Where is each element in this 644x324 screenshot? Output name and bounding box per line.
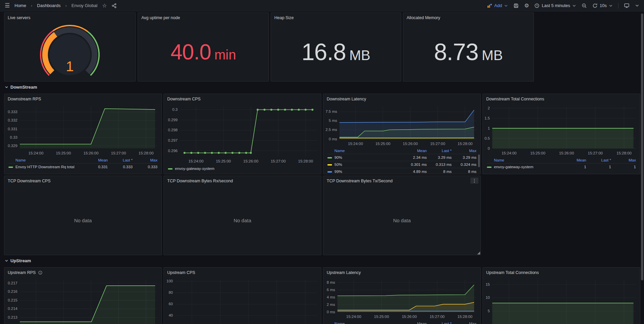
legend-item[interactable]: envoy-gateway-system (168, 167, 215, 171)
navbar-divider (618, 3, 618, 8)
timeseries-chart[interactable]: 15:24:0015:25:0015:26:0015:27:0015:28:00… (164, 278, 321, 324)
legend-column-header[interactable]: Name (327, 321, 402, 324)
panel-title[interactable]: Upstream CPS (167, 270, 195, 275)
legend: NameMeanLast *Max90%2.34 ms3.29 ms3.29 m… (323, 148, 480, 174)
svg-text:0.33: 0.33 (10, 135, 17, 139)
panel-title[interactable]: Live servers (8, 15, 30, 20)
legend-column-header[interactable]: Mean (561, 157, 586, 164)
panel-menu-icon[interactable]: ⋮ (470, 178, 478, 184)
dashboard-scrollbar[interactable] (641, 13, 643, 280)
timeseries-chart[interactable]: 15:24:0015:25:0015:26:0015:27:0015:28:00… (4, 278, 162, 324)
legend-column-header[interactable]: Name (487, 157, 561, 164)
row-upstream-toggle[interactable]: UpStream (5, 258, 31, 263)
svg-text:0.217: 0.217 (8, 281, 17, 285)
svg-text:60: 60 (169, 302, 173, 306)
panel-title[interactable]: TCP Downstream CPS (8, 179, 51, 183)
timeseries-chart[interactable]: 15:24:0015:25:0015:26:0015:27:0015:28:00… (483, 104, 640, 157)
panel-resize-handle[interactable] (477, 251, 480, 254)
legend-row[interactable]: 50%0.301 ms0.313 ms0.324 ms (327, 161, 476, 168)
panel-upstream-rps: Upstream RPS 15:24:0015:25:0015:26:0015:… (4, 267, 162, 324)
series-swatch (168, 168, 173, 170)
panel-live-servers: Live servers 1 (4, 12, 136, 82)
svg-text:15: 15 (486, 282, 490, 286)
legend-column-header[interactable]: Last * (427, 148, 452, 154)
panel-title[interactable]: Heap Size (274, 15, 294, 20)
legend-column-header[interactable]: Max (452, 148, 476, 154)
timeseries-chart[interactable]: 15:24:0015:25:0015:26:0015:27:0015:28:00… (164, 104, 321, 165)
legend-column-header[interactable]: Last * (108, 157, 133, 164)
panel-avg-uptime: Avg uptime per node 40.0 min (138, 12, 269, 82)
legend-row[interactable]: 99%4.89 ms8 ms8 ms (327, 168, 476, 175)
legend-column-header[interactable]: Mean (402, 148, 427, 154)
timeseries-chart[interactable]: 15:24:0015:25:0015:26:0015:27:0015:28:00… (323, 104, 480, 148)
stat-unit: MB (349, 48, 370, 62)
svg-text:0.3: 0.3 (172, 107, 178, 111)
add-button[interactable]: Add (487, 3, 508, 8)
panel-title[interactable]: Downstream RPS (8, 97, 41, 101)
legend-column-header[interactable]: Last * (586, 157, 611, 164)
share-icon[interactable] (111, 3, 117, 8)
panel-title[interactable]: Avg uptime per node (141, 15, 180, 20)
panel-title[interactable]: Downstream Latency (327, 97, 366, 101)
series-swatch (8, 167, 13, 168)
legend: NameMeanLast *Max (323, 321, 480, 324)
legend-column-header[interactable]: Name (8, 157, 83, 164)
svg-text:15:24:00: 15:24:00 (346, 315, 361, 319)
svg-text:0 ms: 0 ms (327, 310, 335, 314)
timeseries-chart[interactable]: 15:24:0015:25:0015:26:0015:27:0015:28:00… (323, 278, 480, 321)
gear-icon[interactable]: ⚙ (524, 3, 529, 8)
breadcrumb-home[interactable]: Home (14, 3, 26, 8)
save-icon[interactable] (513, 3, 519, 8)
legend-column-header[interactable]: Mean (402, 321, 427, 324)
timeseries-chart[interactable]: 15:24:0015:25:0015:26:0015:27:0015:28:00… (4, 104, 162, 157)
panel-title[interactable]: Upstream Latency (327, 270, 361, 275)
panel-tcp-downstream-cps: TCP Downstream CPS No data (4, 176, 162, 255)
svg-text:15:25:00: 15:25:00 (56, 151, 71, 155)
svg-text:5 ms: 5 ms (329, 119, 337, 123)
svg-text:7.5 ms: 7.5 ms (325, 109, 337, 113)
star-icon[interactable]: ☆ (102, 3, 107, 8)
legend-column-header[interactable]: Max (611, 157, 636, 164)
legend-column-header[interactable]: Last * (427, 321, 452, 324)
panel-tcp-downstream-bytes-rx: TCP Downstream Bytes Rx/second No data (164, 176, 321, 255)
info-icon[interactable] (38, 270, 43, 275)
legend-row[interactable]: Envoy HTTP Downstream Rq total0.3310.333… (8, 164, 157, 171)
chart-svg: 15:24:0015:25:0015:26:0015:27:0015:28:00… (4, 104, 162, 157)
zoom-out-icon[interactable] (582, 3, 587, 8)
svg-text:15:24:00: 15:24:00 (502, 151, 517, 155)
svg-text:0.299: 0.299 (168, 118, 178, 122)
legend-table: NameMeanLast *Maxenvoy-gateway-system111 (487, 157, 636, 170)
panel-title[interactable]: TCP Downstream Bytes Rx/second (167, 179, 233, 183)
legend-row[interactable]: 90%2.34 ms3.29 ms3.29 ms (327, 154, 476, 161)
time-range-picker[interactable]: Last 5 minutes (534, 3, 576, 8)
legend-column-header[interactable]: Max (133, 157, 157, 164)
panel-title[interactable]: Upstream RPS (8, 270, 36, 275)
legend-column-header[interactable]: Max (452, 321, 476, 324)
svg-text:0.333: 0.333 (8, 110, 17, 114)
panel-title[interactable]: Allocated Memory (407, 15, 440, 20)
svg-text:0.215: 0.215 (8, 298, 17, 302)
section-label: UpStream (10, 258, 31, 263)
timeseries-chart[interactable]: 15:24:0015:25:0015:26:0015:27:0015:28:00… (483, 278, 640, 324)
refresh-picker[interactable]: 10s (592, 3, 613, 8)
svg-text:2: 2 (488, 106, 490, 110)
legend-row[interactable]: envoy-gateway-system111 (487, 164, 636, 171)
row-downstream-toggle[interactable]: DownStream (5, 85, 37, 90)
menu-icon[interactable]: ☰ (5, 3, 10, 8)
svg-text:0.216: 0.216 (8, 289, 17, 293)
panel-title[interactable]: TCP Downstream Bytes Tx/Second (327, 179, 393, 183)
breadcrumb-dashboards[interactable]: Dashboards (37, 3, 60, 8)
add-panel-icon (487, 3, 492, 8)
kiosk-monitor-icon[interactable] (624, 3, 630, 8)
legend-scrollbar[interactable] (478, 154, 480, 167)
svg-text:2.5 ms: 2.5 ms (325, 128, 337, 132)
svg-text:0.298: 0.298 (168, 128, 178, 132)
panel-title[interactable]: Downstream CPS (167, 97, 200, 101)
panel-title[interactable]: Upstream Total Connections (486, 270, 539, 275)
legend-column-header[interactable]: Mean (83, 157, 108, 164)
chevron-down-icon[interactable] (635, 3, 639, 8)
legend: NameMeanLast *Maxenvoy-gateway-system111 (483, 157, 640, 170)
legend-column-header[interactable]: Name (327, 148, 402, 154)
panel-title[interactable]: Downstream Total Connections (486, 97, 544, 101)
svg-text:15:28:00: 15:28:00 (458, 142, 473, 146)
